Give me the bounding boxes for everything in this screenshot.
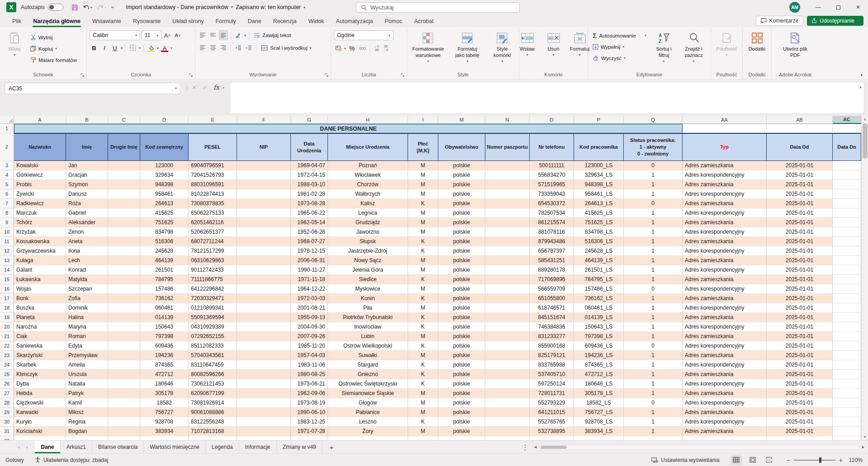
cell[interactable]: 1: [624, 170, 683, 180]
cell[interactable]: [833, 161, 861, 170]
sheet-tab-dane[interactable]: Dane: [35, 441, 60, 453]
cell[interactable]: [485, 237, 530, 246]
cell[interactable]: 2025-01-01: [767, 275, 833, 284]
cell[interactable]: Ciak: [14, 332, 66, 341]
ribbon-tab-dane[interactable]: Dane: [242, 16, 267, 27]
cell[interactable]: Adres zamieszkania: [683, 161, 767, 170]
cell[interactable]: 2025-01-01: [767, 180, 833, 189]
cell[interactable]: polskie: [438, 303, 485, 313]
cell[interactable]: [833, 389, 861, 398]
vertical-scrollbar[interactable]: ▲ ▼: [861, 116, 868, 440]
cell[interactable]: 07292652155: [189, 332, 237, 341]
customize-qat-button[interactable]: ≂: [109, 4, 116, 10]
row-header-21[interactable]: 21: [0, 332, 14, 341]
cell[interactable]: Jelenia Góra: [328, 265, 408, 275]
cell[interactable]: [833, 351, 861, 360]
row-header-31[interactable]: 31: [0, 427, 14, 436]
cell[interactable]: 305178: [140, 389, 189, 398]
font-dialog-launcher-icon[interactable]: [189, 73, 193, 77]
cell[interactable]: 784795: [140, 275, 189, 284]
cell[interactable]: [485, 284, 530, 294]
cell[interactable]: Adres zamieszkania: [683, 199, 767, 208]
cell[interactable]: Kułaga: [14, 256, 66, 265]
alignment-dialog-launcher-icon[interactable]: [324, 73, 329, 77]
wrap-text-button[interactable]: Zawijaj tekst: [252, 30, 293, 41]
cell[interactable]: [108, 379, 140, 389]
cell[interactable]: Adres korespondencyjny: [683, 208, 767, 218]
cell[interactable]: [485, 180, 530, 189]
cell[interactable]: 264613: [140, 199, 189, 208]
cell[interactable]: 52062651377: [189, 227, 237, 237]
cell[interactable]: 881078116: [530, 227, 574, 237]
field-header-cell[interactable]: Obywatelstwo: [438, 133, 485, 161]
cell[interactable]: 1: [624, 303, 683, 313]
cell[interactable]: [833, 227, 861, 237]
select-all-corner[interactable]: [0, 116, 14, 124]
page-break-view-icon[interactable]: [763, 455, 775, 465]
cell[interactable]: [485, 398, 530, 408]
row-header-15[interactable]: 15: [0, 275, 14, 284]
cut-button[interactable]: Wytnij: [28, 32, 79, 42]
ribbon-tab-formu-y[interactable]: Formuły: [210, 16, 242, 27]
cell[interactable]: Adres zamieszkania: [683, 294, 767, 303]
cell[interactable]: Regina: [66, 417, 108, 427]
ribbon-tab-widok[interactable]: Widok: [303, 16, 330, 27]
cell[interactable]: Dominik: [66, 303, 108, 313]
cell[interactable]: Maryna: [66, 322, 108, 332]
cell[interactable]: polskie: [438, 246, 485, 256]
cell[interactable]: [237, 322, 291, 332]
cell[interactable]: 69040796591: [189, 161, 237, 170]
account-avatar[interactable]: AM: [789, 2, 800, 13]
cell[interactable]: [485, 294, 530, 303]
cell[interactable]: 01210899341: [189, 303, 237, 313]
underline-button[interactable]: U: [110, 43, 119, 53]
cell[interactable]: Amelia: [66, 360, 108, 370]
sensitivity-button[interactable]: Poufność ▾: [715, 29, 739, 70]
cell[interactable]: [485, 208, 530, 218]
cell[interactable]: 958461_LS: [574, 189, 624, 199]
cell[interactable]: 305178_LS: [574, 389, 624, 398]
row-header-14[interactable]: 14: [0, 265, 14, 275]
cell[interactable]: 472712_LS: [574, 370, 624, 379]
cell[interactable]: 1: [624, 265, 683, 275]
cell[interactable]: polskie: [438, 227, 485, 237]
cell[interactable]: Kalisz: [328, 199, 408, 208]
search-input[interactable]: Wyszukaj: [356, 2, 520, 13]
cell[interactable]: 2025-01-01: [767, 351, 833, 360]
cell[interactable]: [108, 189, 140, 199]
cell[interactable]: Jan: [66, 161, 108, 170]
column-header-Q[interactable]: Q: [624, 116, 683, 124]
cell[interactable]: 834798_LS: [574, 227, 624, 237]
cell[interactable]: 62051462116: [189, 218, 237, 227]
row-header-17[interactable]: 17: [0, 294, 14, 303]
cell[interactable]: 73062121453: [189, 379, 237, 389]
cell[interactable]: K: [408, 294, 438, 303]
cell[interactable]: 1: [624, 246, 683, 256]
cell[interactable]: 2025-01-01: [767, 199, 833, 208]
cell[interactable]: [237, 427, 291, 436]
next-sheet-icon[interactable]: ›: [26, 444, 28, 450]
cell[interactable]: polskie: [438, 275, 485, 284]
cell[interactable]: 2025-01-01: [767, 379, 833, 389]
cell[interactable]: Saniewska: [14, 341, 66, 351]
cell[interactable]: 1: [624, 389, 683, 398]
cell[interactable]: 556834270: [530, 170, 574, 180]
cell[interactable]: [108, 389, 140, 398]
cell[interactable]: [237, 161, 291, 170]
cell[interactable]: Karwacki: [14, 408, 66, 417]
cell[interactable]: 1: [624, 189, 683, 199]
cell[interactable]: 500111111: [530, 161, 574, 170]
cell[interactable]: polskie: [438, 341, 485, 351]
section-title-cell[interactable]: DANE PERSONALNE: [14, 124, 683, 133]
ribbon-tab-automatyzacja[interactable]: Automatyzacja: [330, 16, 379, 27]
cell[interactable]: [833, 322, 861, 332]
cell[interactable]: [485, 436, 530, 440]
cell[interactable]: [237, 256, 291, 265]
cell[interactable]: 1: [624, 208, 683, 218]
cell[interactable]: [833, 237, 861, 246]
cell[interactable]: 736162: [140, 294, 189, 303]
cell[interactable]: Lubin: [328, 332, 408, 341]
column-header-P[interactable]: P: [574, 116, 624, 124]
field-header-cell[interactable]: Data Urodzenia: [291, 133, 328, 161]
cell[interactable]: 1962-09-06: [291, 389, 328, 398]
